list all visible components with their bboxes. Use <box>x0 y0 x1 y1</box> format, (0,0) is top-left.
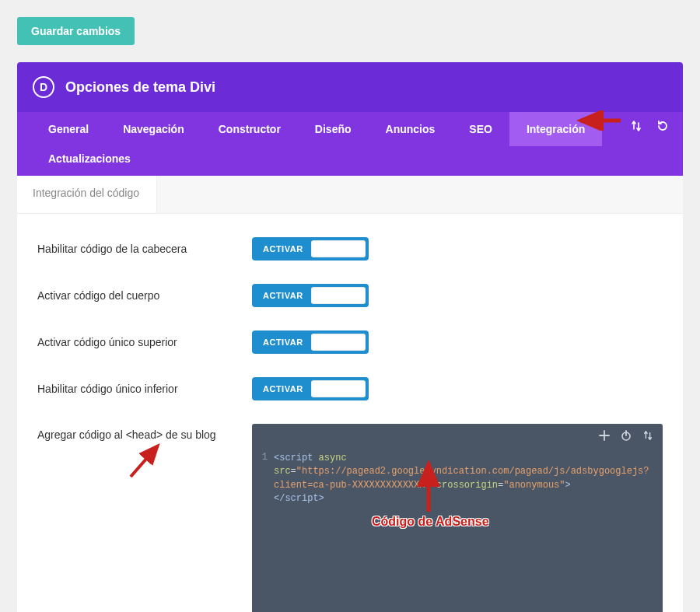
toggle-bottom-code[interactable]: ACTIVAR <box>252 377 369 400</box>
toggle-state-label: ACTIVAR <box>255 244 311 254</box>
row-bottom-code: Habilitar código único inferior ACTIVAR <box>37 377 663 400</box>
tab-bar: General Navegación Constructor Diseño An… <box>17 112 683 176</box>
sort-icon[interactable] <box>642 430 653 444</box>
toggle-knob <box>311 287 366 304</box>
toggle-knob <box>311 334 366 351</box>
label-header-code: Habilitar código de la cabecera <box>37 243 252 255</box>
tab-bar-icons <box>630 120 669 135</box>
tab-navegacion[interactable]: Navegación <box>106 112 201 146</box>
label-body-code: Activar código del cuerpo <box>37 289 252 302</box>
row-top-code: Activar código único superior ACTIVAR <box>37 330 663 354</box>
head-code-editor[interactable]: 1 <script async src="https://pagead2.goo… <box>252 424 663 612</box>
label-top-code: Activar código único superior <box>37 336 252 348</box>
form-area: Habilitar código de la cabecera ACTIVAR … <box>17 214 683 612</box>
subtab-fill <box>157 176 683 214</box>
toggle-header-code[interactable]: ACTIVAR <box>252 237 369 261</box>
tab-actualizaciones[interactable]: Actualizaciones <box>31 146 669 176</box>
code-toolbar <box>599 430 653 444</box>
code-content: 1 <script async src="https://pagead2.goo… <box>261 452 653 506</box>
tab-general[interactable]: General <box>31 112 106 146</box>
reset-icon[interactable] <box>656 120 669 135</box>
tab-integracion[interactable]: Integración <box>509 112 602 146</box>
toggle-top-code[interactable]: ACTIVAR <box>252 330 369 354</box>
toggle-knob <box>311 240 366 257</box>
toggle-state-label: ACTIVAR <box>255 384 311 393</box>
panel-header: D Opciones de tema Divi <box>17 62 683 112</box>
panel-title: Opciones de tema Divi <box>65 79 215 96</box>
tab-constructor[interactable]: Constructor <box>201 112 298 146</box>
toggle-state-label: ACTIVAR <box>255 291 311 300</box>
label-head-code: Agregar código al <head> de su blog <box>37 424 252 612</box>
label-bottom-code: Habilitar código único inferior <box>37 383 252 395</box>
row-body-code: Activar código del cuerpo ACTIVAR <box>37 284 663 307</box>
save-button[interactable]: Guardar cambios <box>17 17 135 45</box>
sort-icon[interactable] <box>630 120 642 135</box>
divi-logo-icon: D <box>33 76 54 98</box>
tab-seo[interactable]: SEO <box>452 112 509 146</box>
subtab-integracion-codigo[interactable]: Integración del código <box>17 176 157 214</box>
tab-diseno[interactable]: Diseño <box>298 112 369 146</box>
code-text[interactable]: <script async src="https://pagead2.googl… <box>274 452 653 506</box>
toggle-body-code[interactable]: ACTIVAR <box>252 284 369 307</box>
tab-anuncios[interactable]: Anuncios <box>369 112 453 146</box>
add-icon[interactable] <box>599 430 610 444</box>
code-gutter: 1 <box>261 452 274 506</box>
row-head-code-editor: Agregar código al <head> de su blog <box>37 424 663 612</box>
toggle-knob <box>311 380 366 397</box>
divi-options-panel: D Opciones de tema Divi General Navegaci… <box>17 62 683 612</box>
toggle-state-label: ACTIVAR <box>255 337 311 347</box>
row-header-code: Habilitar código de la cabecera ACTIVAR <box>37 237 663 261</box>
power-icon[interactable] <box>621 430 632 444</box>
